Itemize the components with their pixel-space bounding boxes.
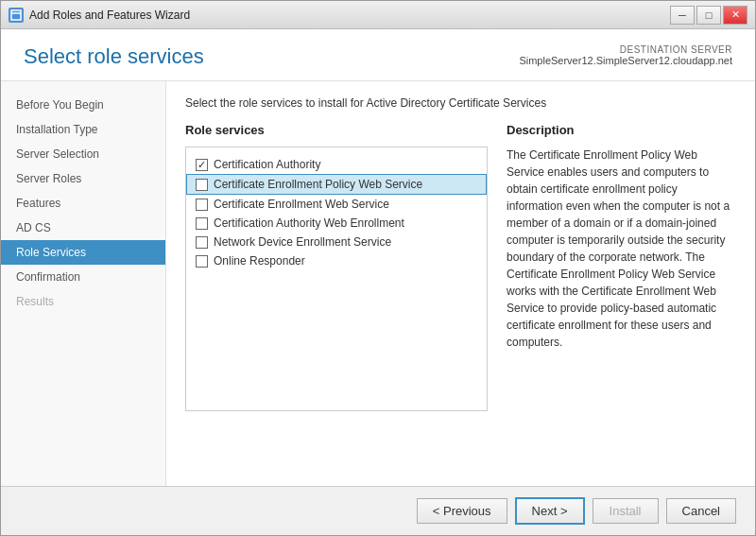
destination-server-info: DESTINATION SERVER SimpleServer12.Simple… <box>519 44 732 66</box>
service-label-network-device-enrollment: Network Device Enrollment Service <box>214 235 391 249</box>
destination-server-name: SimpleServer12.SimpleServer12.cloudapp.n… <box>519 55 732 66</box>
maximize-button[interactable]: □ <box>696 6 721 25</box>
previous-button[interactable]: < Previous <box>417 498 507 524</box>
service-label-ca-web-enrollment: Certification Authority Web Enrollment <box>214 216 404 230</box>
window-controls: ─ □ ✕ <box>670 6 747 25</box>
next-button[interactable]: Next > <box>515 497 585 525</box>
window-title: Add Roles and Features Wizard <box>29 9 190 22</box>
close-button[interactable]: ✕ <box>723 6 747 25</box>
service-item-online-responder[interactable]: Online Responder <box>186 251 487 270</box>
service-item-ca-web-enrollment[interactable]: Certification Authority Web Enrollment <box>186 214 487 233</box>
checkbox-cert-enrollment-policy[interactable] <box>196 179 208 191</box>
sidebar-item-installation-type[interactable]: Installation Type <box>1 117 165 142</box>
svg-rect-0 <box>11 10 21 20</box>
service-item-network-device-enrollment[interactable]: Network Device Enrollment Service <box>186 233 487 251</box>
sidebar-item-confirmation[interactable]: Confirmation <box>1 265 165 289</box>
sidebar-item-features[interactable]: Features <box>1 191 165 216</box>
sidebar-item-results: Results <box>1 289 165 314</box>
wizard-icon <box>9 8 24 23</box>
intro-text: Select the role services to install for … <box>185 96 736 110</box>
service-item-cert-enrollment-policy[interactable]: Certificate Enrollment Policy Web Servic… <box>186 174 487 195</box>
checkbox-ca-web-enrollment[interactable] <box>196 217 208 230</box>
sidebar-item-server-selection[interactable]: Server Selection <box>1 142 165 166</box>
wizard-body: Select role services DESTINATION SERVER … <box>1 29 755 535</box>
sidebar-item-server-roles[interactable]: Server Roles <box>1 166 165 191</box>
services-box: ✓ Certification Authority Certificate En… <box>185 147 488 411</box>
wizard-content: Before You Begin Installation Type Serve… <box>1 81 755 486</box>
wizard-header: Select role services DESTINATION SERVER … <box>1 29 755 81</box>
sidebar: Before You Begin Installation Type Serve… <box>1 81 166 486</box>
checkmark-icon: ✓ <box>198 159 206 171</box>
description-text: The Certificate Enrollment Policy Web Se… <box>507 147 736 351</box>
service-item-certification-authority[interactable]: ✓ Certification Authority <box>186 155 487 174</box>
service-item-cert-enrollment-web[interactable]: Certificate Enrollment Web Service <box>186 195 487 214</box>
service-label-certification-authority: Certification Authority <box>214 158 320 171</box>
checkbox-cert-enrollment-web[interactable] <box>196 199 208 211</box>
title-bar-left: Add Roles and Features Wizard <box>9 8 190 23</box>
description-panel: Description The Certificate Enrollment P… <box>507 123 736 411</box>
service-label-online-responder: Online Responder <box>214 254 305 268</box>
minimize-button[interactable]: ─ <box>670 6 695 25</box>
description-header: Description <box>507 123 736 137</box>
cancel-button[interactable]: Cancel <box>666 498 736 524</box>
sidebar-item-ad-cs[interactable]: AD CS <box>1 216 165 240</box>
page-title: Select role services <box>24 44 204 69</box>
role-services-header: Role services <box>185 123 488 137</box>
wizard-footer: < Previous Next > Install Cancel <box>1 486 755 535</box>
service-label-cert-enrollment-policy: Certificate Enrollment Policy Web Servic… <box>214 178 422 191</box>
title-bar: Add Roles and Features Wizard ─ □ ✕ <box>1 1 755 29</box>
sidebar-item-role-services[interactable]: Role Services <box>1 240 165 265</box>
destination-label: DESTINATION SERVER <box>519 44 732 55</box>
sidebar-item-before-you-begin[interactable]: Before You Begin <box>1 93 165 117</box>
role-services-panel: Role services ✓ Certification Authority <box>185 123 488 411</box>
checkbox-certification-authority[interactable]: ✓ <box>196 159 208 171</box>
wizard-window: Add Roles and Features Wizard ─ □ ✕ Sele… <box>0 0 756 536</box>
install-button: Install <box>593 498 659 524</box>
main-panel: Select the role services to install for … <box>166 81 755 486</box>
checkbox-network-device-enrollment[interactable] <box>196 236 208 249</box>
service-label-cert-enrollment-web: Certificate Enrollment Web Service <box>214 198 389 211</box>
checkbox-online-responder[interactable] <box>196 255 208 268</box>
content-grid: Role services ✓ Certification Authority <box>185 123 736 411</box>
